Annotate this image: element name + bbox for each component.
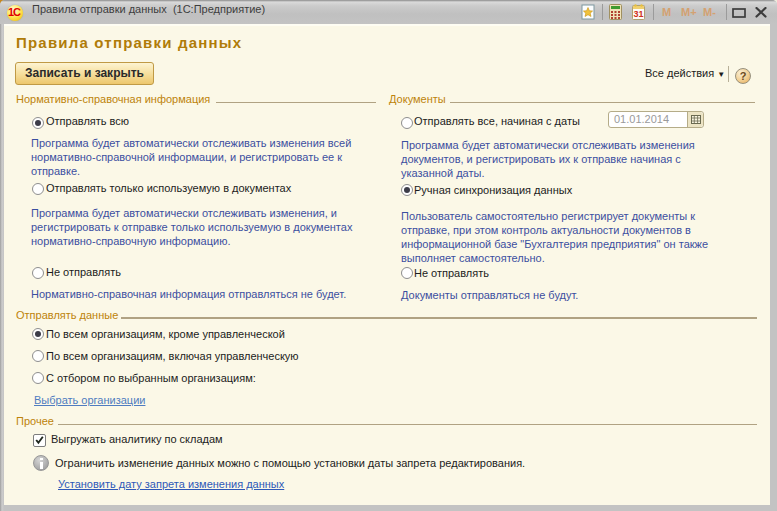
svg-text:31: 31 xyxy=(633,9,643,19)
